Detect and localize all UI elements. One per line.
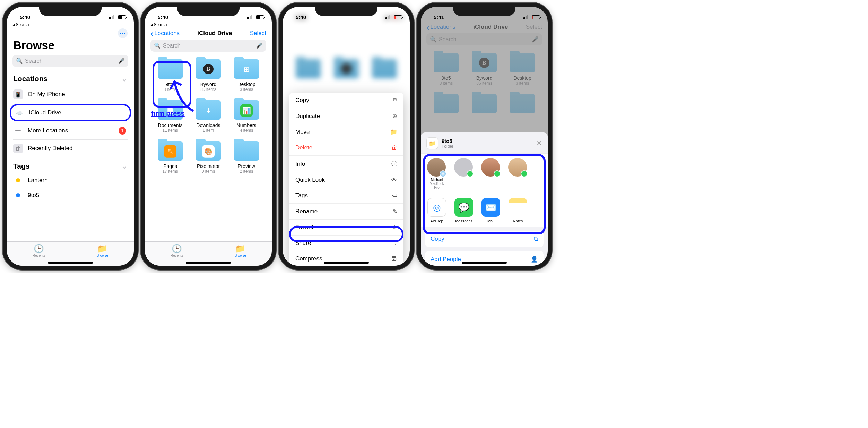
trash-icon: 🗑 (391, 144, 397, 151)
locations-header[interactable]: Locations⌄ (7, 70, 134, 86)
messages-dot-icon (494, 170, 501, 177)
menu-duplicate[interactable]: Duplicate⊕ (289, 108, 403, 124)
messages-dot-icon (521, 170, 528, 177)
folder-9to5[interactable]: 9to58 items (152, 57, 189, 97)
contact-3[interactable] (481, 158, 501, 189)
tag-dot-icon (16, 193, 20, 197)
iphone-icon: 📱 (13, 89, 23, 99)
share-action-copy[interactable]: Copy⧉ (425, 231, 544, 247)
search-input[interactable]: 🔍 Search 🎤 (12, 55, 128, 67)
tag-9to5[interactable]: 9to5 (13, 188, 128, 203)
back-to-search[interactable]: Search (145, 22, 272, 28)
app-badge-icon: B (203, 64, 214, 74)
battery-icon (118, 15, 126, 19)
copy-icon: ⧉ (534, 236, 538, 242)
home-indicator[interactable] (48, 262, 93, 264)
tag-lantern[interactable]: Lantern (13, 173, 128, 188)
tab-browse[interactable]: 📁Browse (235, 244, 246, 257)
window-icon: ⊞ (241, 65, 252, 74)
chevron-down-icon: ⌄ (121, 75, 128, 83)
menu-delete[interactable]: Delete🗑 (289, 140, 403, 156)
tags-header[interactable]: Tags⌄ (7, 157, 134, 173)
airdrop-icon: ◎ (427, 198, 446, 217)
pencil-icon: ✎ (392, 208, 397, 215)
location-recently-deleted[interactable]: 🗑 Recently Deleted (13, 140, 128, 157)
home-indicator[interactable] (462, 262, 507, 264)
menu-quick-look[interactable]: Quick Look👁 (289, 172, 403, 188)
app-messages[interactable]: 💬Messages (454, 198, 474, 223)
home-indicator[interactable] (186, 262, 231, 264)
app-airdrop[interactable]: ◎AirDrop (427, 198, 446, 223)
close-button[interactable]: ✕ (536, 139, 542, 147)
menu-copy[interactable]: Copy⧉ (289, 93, 403, 108)
location-more[interactable]: ••• More Locations 1 (13, 122, 128, 140)
folder-downloads[interactable]: ⬇Downloads1 item (190, 98, 227, 138)
share-item-type: Folder (442, 144, 453, 149)
share-item-name: 9to5 (442, 138, 453, 144)
wifi-icon: 􀙇 (115, 14, 117, 20)
folder-documents[interactable]: 📄Documents11 items (152, 98, 189, 138)
menu-info[interactable]: Infoⓘ (289, 156, 403, 172)
tag-dot-icon (16, 178, 20, 182)
home-indicator[interactable] (324, 262, 369, 264)
download-icon: ⬇ (202, 105, 214, 115)
mail-icon: ✉️ (481, 198, 500, 217)
select-button[interactable]: Select (250, 30, 266, 37)
tab-browse[interactable]: 📁Browse (97, 244, 108, 257)
signal-icon (109, 15, 114, 19)
tab-recents[interactable]: 🕒Recents (33, 244, 45, 257)
contact-2[interactable] (454, 158, 474, 189)
contact-4[interactable] (508, 158, 528, 189)
mic-icon[interactable]: 🎤 (256, 42, 263, 49)
avatar (481, 158, 500, 177)
star-icon: ☆ (392, 224, 397, 231)
pixelmator-app-icon: 🎨 (202, 145, 215, 158)
folder-icon: 📁 (97, 244, 108, 254)
folder-preview[interactable]: Preview2 items (228, 139, 265, 179)
tag-icon: 🏷 (391, 192, 397, 199)
notes-icon (509, 198, 527, 217)
app-mail[interactable]: ✉️Mail (481, 198, 501, 223)
folder-byword[interactable]: BByword85 items (190, 57, 227, 97)
folder-desktop[interactable]: ⊞Desktop3 items (228, 57, 265, 97)
location-on-my-iphone[interactable]: 📱 On My iPhone (13, 86, 128, 103)
search-input[interactable]: 🔍 Search 🎤 (150, 40, 266, 52)
phone-3: 5:40􀙇 B 5:40 􀙇 Copy⧉ Duplicate⊕ Move📁 De… (279, 3, 414, 270)
menu-share[interactable]: Share⤴ (289, 236, 403, 251)
copy-icon: ⧉ (393, 97, 397, 104)
folder-pages[interactable]: ✎Pages17 items (152, 139, 189, 179)
app-notes[interactable]: Notes (508, 198, 528, 223)
folder-numbers[interactable]: 📊Numbers4 items (228, 98, 265, 138)
phone-4: 5:41 􀙇 Locations iCloud Drive Select 🔍Se… (417, 3, 552, 270)
menu-move[interactable]: Move📁 (289, 124, 403, 140)
badge: 1 (119, 127, 126, 135)
contact-michael[interactable]: MichaelMacBook Pro (427, 158, 446, 189)
clock-icon: 🕒 (171, 244, 183, 254)
numbers-app-icon: 📊 (240, 104, 253, 117)
folder-pixelmator[interactable]: 🎨Pixelmator0 items (190, 139, 227, 179)
phone-1: 5:40 􀙇 Search ··· Browse 🔍 Search 🎤 Loca… (3, 3, 138, 270)
messages-dot-icon (467, 170, 474, 177)
nav-back-locations[interactable]: Locations (150, 30, 180, 37)
signal-icon (247, 15, 252, 19)
ellipsis-icon: ••• (13, 126, 23, 136)
more-actions-button[interactable]: ··· (118, 28, 128, 38)
folder-icon: 📁 (235, 244, 246, 254)
menu-rename[interactable]: Rename✎ (289, 204, 403, 220)
location-icloud-drive[interactable]: ☁️ iCloud Drive (10, 104, 131, 121)
folder-icon: 📁 (390, 128, 397, 136)
mic-icon[interactable]: 🎤 (118, 58, 125, 64)
menu-tags[interactable]: Tags🏷 (289, 188, 403, 204)
battery-icon (394, 15, 402, 19)
share-icon: ⤴ (394, 240, 397, 247)
annotation-firm-press: firm press (151, 110, 185, 118)
battery-icon (256, 15, 264, 19)
clock-icon: 🕒 (33, 244, 45, 254)
chevron-down-icon: ⌄ (121, 162, 128, 170)
menu-favorite[interactable]: Favorite☆ (289, 220, 403, 236)
airdrop-dot-icon (440, 170, 446, 177)
search-icon: 🔍 (154, 42, 161, 49)
wifi-icon: 􀙇 (253, 14, 255, 20)
back-to-search[interactable]: Search (7, 22, 134, 28)
tab-recents[interactable]: 🕒Recents (171, 244, 183, 257)
